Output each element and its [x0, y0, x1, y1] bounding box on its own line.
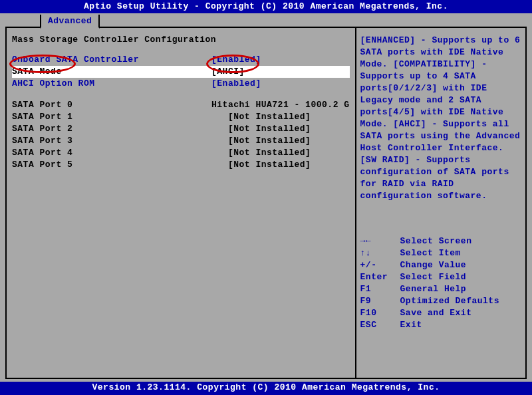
key-hint-row: F9Optimized Defaults — [360, 295, 521, 307]
port-label: SATA Port 3 — [12, 135, 211, 147]
section-title: Mass Storage Controller Configuration — [12, 35, 350, 45]
sata-port-row: SATA Port 0Hitachi HUA721 - 1000.2 G — [12, 99, 350, 111]
port-label: SATA Port 0 — [12, 99, 211, 111]
main-panel: Mass Storage Controller Configuration On… — [7, 28, 356, 378]
key-name: F10 — [360, 307, 400, 319]
setting-label: Onboard SATA Controller — [12, 54, 211, 66]
setting-onboard-sata[interactable]: Onboard SATA Controller [Enabled] — [12, 54, 350, 66]
tab-advanced[interactable]: Advanced — [40, 15, 100, 29]
bios-header: Aptio Setup Utility - Copyright (C) 2010… — [0, 0, 532, 13]
setting-label: AHCI Option ROM — [12, 78, 211, 90]
sata-port-row: SATA Port 1 [Not Installed] — [12, 111, 350, 123]
port-label: SATA Port 2 — [12, 123, 211, 135]
key-desc: Optimized Defaults — [400, 295, 521, 307]
setting-value: [Enabled] — [211, 54, 350, 66]
key-name: ↑↓ — [360, 247, 400, 259]
key-hint-row: F1General Help — [360, 283, 521, 295]
key-desc: Save and Exit — [400, 307, 521, 319]
key-desc: General Help — [400, 283, 521, 295]
key-hint-row: ESCExit — [360, 319, 521, 331]
port-label: SATA Port 5 — [12, 159, 211, 171]
setting-label: SATA Mode — [12, 66, 211, 78]
port-value: [Not Installed] — [211, 159, 350, 171]
key-name: →← — [360, 235, 400, 247]
port-value: [Not Installed] — [211, 135, 350, 147]
key-hint-row: →←Select Screen — [360, 235, 521, 247]
tabs-row: Advanced — [0, 13, 532, 27]
key-name: Enter — [360, 271, 400, 283]
keys-section: →←Select Screen↑↓Select Item+/-Change Va… — [360, 235, 521, 331]
setting-sata-mode[interactable]: SATA Mode [AHCI] — [12, 66, 350, 78]
sata-port-row: SATA Port 2 [Not Installed] — [12, 123, 350, 135]
sata-port-row: SATA Port 4 [Not Installed] — [12, 147, 350, 159]
key-desc: Change Value — [400, 259, 521, 271]
key-hint-row: EnterSelect Field — [360, 271, 521, 283]
help-text: [ENHANCED] - Supports up to 6 SATA ports… — [360, 35, 521, 202]
key-hint-row: ↑↓Select Item — [360, 247, 521, 259]
setting-value: [AHCI] — [211, 66, 350, 78]
key-name: F9 — [360, 295, 400, 307]
help-panel: [ENHANCED] - Supports up to 6 SATA ports… — [356, 28, 525, 378]
port-label: SATA Port 4 — [12, 147, 211, 159]
content-frame: Mass Storage Controller Configuration On… — [5, 27, 527, 379]
port-label: SATA Port 1 — [12, 111, 211, 123]
sata-port-row: SATA Port 5 [Not Installed] — [12, 159, 350, 171]
port-value: Hitachi HUA721 - 1000.2 G — [211, 99, 350, 111]
key-name: F1 — [360, 283, 400, 295]
setting-value: [Enabled] — [211, 78, 350, 90]
port-value: [Not Installed] — [211, 111, 350, 123]
bios-footer: Version 1.23.1114. Copyright (C) 2010 Am… — [0, 382, 532, 395]
port-value: [Not Installed] — [211, 123, 350, 135]
sata-port-row: SATA Port 3 [Not Installed] — [12, 135, 350, 147]
key-name: ESC — [360, 319, 400, 331]
key-desc: Select Field — [400, 271, 521, 283]
setting-ahci-rom[interactable]: AHCI Option ROM [Enabled] — [12, 78, 350, 90]
key-name: +/- — [360, 259, 400, 271]
key-hint-row: +/-Change Value — [360, 259, 521, 271]
key-desc: Exit — [400, 319, 521, 331]
port-value: [Not Installed] — [211, 147, 350, 159]
key-hint-row: F10Save and Exit — [360, 307, 521, 319]
key-desc: Select Screen — [400, 235, 521, 247]
key-desc: Select Item — [400, 247, 521, 259]
